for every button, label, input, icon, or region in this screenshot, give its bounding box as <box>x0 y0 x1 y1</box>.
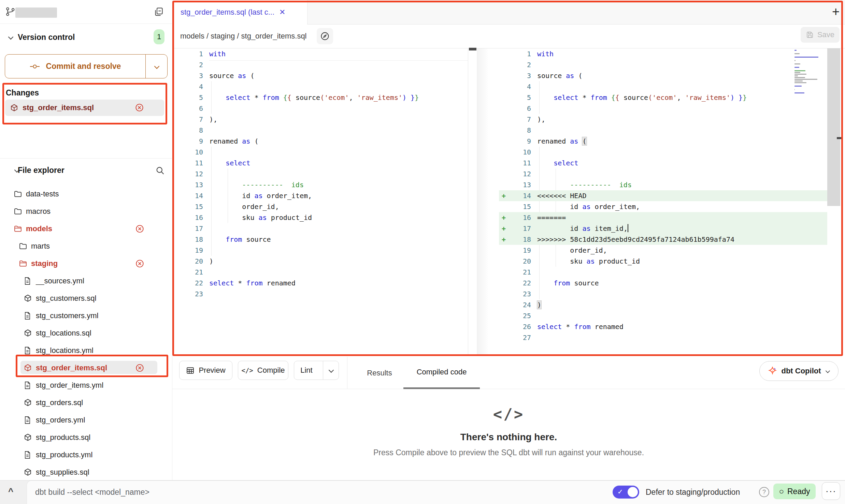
code-line[interactable]: 4 <box>499 81 827 92</box>
code-line[interactable]: 24) <box>499 299 827 310</box>
sidebar-item-staging[interactable]: staging <box>0 255 172 272</box>
code-line[interactable]: 6 <box>499 103 827 114</box>
code-line[interactable]: 13 ---------- ids <box>499 179 827 190</box>
revert-file-icon[interactable] <box>135 259 144 268</box>
code-line[interactable]: 5 select * from {{ source('ecom', 'raw_i… <box>499 92 827 103</box>
compile-button[interactable]: </> Compile <box>238 361 288 380</box>
code-line[interactable]: 9renamed as ( <box>174 136 468 147</box>
code-line[interactable]: 12 <box>174 168 468 179</box>
minimap[interactable] <box>794 50 819 87</box>
new-tab-button[interactable]: + <box>828 3 844 20</box>
code-line[interactable]: +16======= <box>499 212 827 223</box>
code-line[interactable]: 21 <box>174 267 468 278</box>
help-icon[interactable]: ? <box>759 487 769 497</box>
lineage-icon[interactable] <box>317 28 333 44</box>
code-line[interactable]: 11 select <box>174 158 468 168</box>
code-line[interactable]: 7), <box>499 114 827 125</box>
code-line[interactable]: 25 <box>499 310 827 321</box>
code-line[interactable]: 3source as ( <box>499 70 827 81</box>
code-line[interactable]: 15 order_id, <box>174 201 468 212</box>
sidebar-item-stg-customers-sql[interactable]: stg_customers.sql <box>0 290 172 307</box>
lint-label[interactable]: Lint <box>294 361 319 380</box>
chevron-down-icon[interactable] <box>8 35 13 40</box>
code-line[interactable]: 12 <box>499 168 827 179</box>
sidebar-item-marts[interactable]: marts <box>0 237 172 255</box>
sidebar-item-stg-locations-yml[interactable]: stg_locations.yml <box>0 342 172 359</box>
right-scrollbar-thumb[interactable] <box>827 48 840 206</box>
tab-compiled-code[interactable]: Compiled code <box>403 357 480 389</box>
code-line[interactable]: 5 select * from {{ source('ecom', 'raw_i… <box>174 92 468 103</box>
code-line[interactable]: 3source as ( <box>174 70 468 81</box>
revert-file-icon[interactable] <box>135 224 144 233</box>
sidebar-item-stg-order-items-sql[interactable]: stg_order_items.sql <box>0 359 172 376</box>
save-button[interactable]: Save <box>801 27 840 43</box>
code-line[interactable]: 9renamed as ( <box>499 136 827 147</box>
lint-button[interactable]: Lint <box>294 361 339 380</box>
changed-file-item[interactable]: stg_order_items.sql <box>5 100 164 116</box>
code-line[interactable]: 23 <box>174 288 468 299</box>
code-line[interactable]: 23 <box>499 288 827 299</box>
lint-options-caret[interactable] <box>323 361 339 380</box>
sidebar-item-stg-orders-yml[interactable]: stg_orders.yml <box>0 411 172 429</box>
code-line[interactable]: 15 id as order_item, <box>499 201 827 212</box>
revert-file-icon[interactable] <box>135 363 144 372</box>
sidebar-item--sources-yml[interactable]: __sources.yml <box>0 272 172 290</box>
sidebar-item-stg-supplies-sql[interactable]: stg_supplies.sql <box>0 463 172 481</box>
code-line[interactable]: 11 select <box>499 158 827 168</box>
code-line[interactable]: 27 <box>499 332 827 343</box>
revert-file-icon[interactable] <box>135 103 144 112</box>
search-icon[interactable] <box>155 166 165 175</box>
code-line[interactable]: 2 <box>174 59 468 70</box>
code-line[interactable]: 4 <box>174 81 468 92</box>
sidebar-item-data-tests[interactable]: data-tests <box>0 185 172 203</box>
code-line[interactable]: 1with <box>499 48 827 59</box>
code-line[interactable]: 10 <box>499 147 827 158</box>
sidebar-item-models[interactable]: models <box>0 220 172 237</box>
code-line[interactable]: 22 from source <box>499 278 827 288</box>
code-line[interactable]: 19 order_id, <box>499 245 827 256</box>
code-line[interactable]: 21 <box>499 267 827 278</box>
preview-button[interactable]: Preview <box>179 361 232 380</box>
code-line[interactable]: +17 id as item_id, <box>499 223 827 234</box>
code-line[interactable]: 13 ---------- ids <box>174 179 468 190</box>
sidebar-item-stg-products-yml[interactable]: stg_products.yml <box>0 446 172 463</box>
code-editor-left[interactable]: 1with23source as (45 select * from {{ so… <box>174 48 468 355</box>
code-line[interactable]: 22select * from renamed <box>174 278 468 288</box>
code-line[interactable]: 8 <box>499 125 827 136</box>
collapse-panel-icon[interactable]: ^ <box>8 486 13 497</box>
tab-stg-order-items[interactable]: stg_order_items.sql (last c... ✕ <box>172 0 307 25</box>
code-line[interactable]: 20 sku as product_id <box>499 256 827 267</box>
code-line[interactable]: 6 <box>174 103 468 114</box>
sidebar-item-stg-order-items-yml[interactable]: stg_order_items.yml <box>0 376 172 394</box>
code-line[interactable]: +14<<<<<<< HEAD <box>499 190 827 201</box>
code-line[interactable]: 8 <box>174 125 468 136</box>
close-tab-icon[interactable]: ✕ <box>279 8 285 17</box>
code-line[interactable]: 20) <box>174 256 468 267</box>
tab-results[interactable]: Results <box>357 357 402 389</box>
code-line[interactable]: 2 <box>499 59 827 70</box>
code-line[interactable]: 19 <box>174 245 468 256</box>
more-options-button[interactable]: ··· <box>822 482 840 500</box>
commit-options-caret[interactable] <box>145 55 167 78</box>
code-line[interactable]: 14 id as order_item, <box>174 190 468 201</box>
code-editor-right-diff[interactable]: 1with23source as (45 select * from {{ so… <box>499 48 827 355</box>
code-line[interactable]: 16 sku as product_id <box>174 212 468 223</box>
left-scrollbar-thumb[interactable] <box>469 48 476 50</box>
sidebar-item-macros[interactable]: macros <box>0 203 172 220</box>
copy-files-icon[interactable] <box>154 6 164 17</box>
commit-and-resolve-button[interactable]: Commit and resolve <box>5 54 168 78</box>
pane-splitter[interactable] <box>477 48 499 355</box>
code-line[interactable]: 1with <box>174 48 468 59</box>
commit-button-main[interactable]: Commit and resolve <box>5 55 145 78</box>
dbt-copilot-button[interactable]: dbt Copilot <box>759 361 839 381</box>
defer-toggle[interactable]: ✓ <box>613 486 639 499</box>
code-line[interactable]: 10 <box>174 147 468 158</box>
status-badge-ready[interactable]: ○ Ready <box>773 484 816 499</box>
code-line[interactable]: 18 from source <box>174 234 468 245</box>
sidebar-item-stg-locations-sql[interactable]: stg_locations.sql <box>0 324 172 342</box>
code-line[interactable]: +18>>>>>>> 58c1dd23d5eebd9cd2495fa7124ab… <box>499 234 827 245</box>
sidebar-item-stg-customers-yml[interactable]: stg_customers.yml <box>0 307 172 324</box>
code-line[interactable]: 17 <box>174 223 468 234</box>
code-line[interactable]: 7), <box>174 114 468 125</box>
sidebar-item-stg-orders-sql[interactable]: stg_orders.sql <box>0 394 172 411</box>
